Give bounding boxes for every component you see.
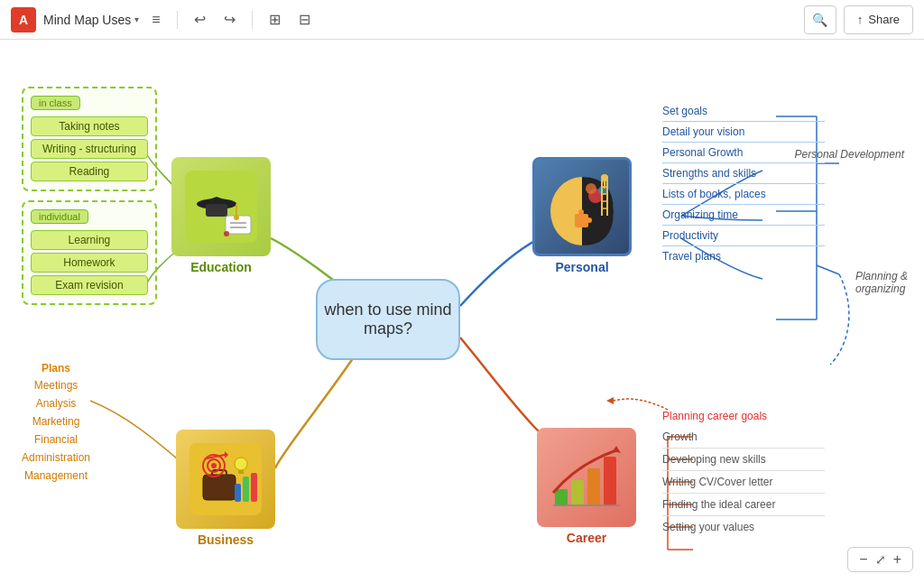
app-logo: A (11, 7, 36, 32)
personal-node: Personal (532, 157, 632, 274)
zoom-in-button[interactable]: + (890, 551, 905, 568)
svg-rect-53 (571, 480, 584, 505)
personal-item-strengths: Strengths and skills (662, 163, 825, 184)
doc-title-text: Mind Map Uses (43, 13, 131, 27)
in-class-label: in class (31, 96, 80, 110)
center-text: when to use mind maps? (318, 301, 458, 338)
personal-item-vision: Detail your vision (662, 122, 825, 143)
edu-item-exam: Exam revision (31, 275, 148, 295)
svg-point-47 (601, 174, 608, 181)
individual-group: individual Learning Homework Exam revisi… (22, 200, 157, 305)
svg-rect-36 (238, 470, 244, 474)
svg-rect-20 (206, 204, 227, 217)
career-item-skills: Developing new skills (662, 449, 825, 471)
svg-point-32 (211, 463, 217, 468)
career-item-ideal: Finding the ideal career (662, 494, 825, 516)
insert-button[interactable]: ⊞ (263, 7, 286, 32)
business-image (176, 430, 275, 529)
edu-item-writing: Writing - structuring (31, 139, 148, 159)
education-sub-group: in class Taking notes Writing - structur… (22, 87, 157, 314)
business-sub-group: Plans Meetings Analysis Marketing Financ… (22, 360, 90, 485)
edu-item-homework: Homework (31, 253, 148, 273)
svg-line-5 (817, 265, 839, 274)
biz-item-financial: Financial (22, 430, 90, 449)
svg-marker-13 (606, 397, 614, 404)
doc-title[interactable]: Mind Map Uses ▾ (43, 13, 139, 27)
redo-button[interactable]: ↪ (218, 7, 241, 32)
career-item-cv: Writing CV/Cover letter (662, 471, 825, 494)
business-plans-label: Plans (22, 360, 90, 376)
search-icon: 🔍 (812, 13, 827, 27)
biz-item-marketing: Marketing (22, 412, 90, 430)
svg-point-50 (578, 209, 584, 215)
business-label: Business (176, 532, 275, 547)
career-header: Planning career goals (662, 408, 825, 426)
education-label: Education (171, 260, 271, 274)
svg-point-51 (587, 217, 592, 223)
svg-rect-55 (604, 457, 616, 505)
career-label: Career (537, 531, 636, 545)
svg-rect-29 (251, 473, 257, 502)
personal-label: Personal (532, 260, 632, 274)
biz-item-meetings: Meetings (22, 376, 90, 394)
search-button[interactable]: 🔍 (804, 5, 836, 34)
svg-point-18 (224, 231, 229, 236)
fit-screen-icon[interactable]: ⤢ (875, 552, 886, 567)
svg-rect-54 (587, 468, 600, 505)
center-node: when to use mind maps? (316, 279, 460, 360)
share-label: Share (868, 13, 900, 26)
personal-item-books: Lists of books, places (662, 184, 825, 205)
svg-point-35 (235, 458, 247, 470)
career-image (537, 428, 636, 527)
divider2 (252, 11, 253, 29)
layout-button[interactable]: ⊟ (293, 7, 316, 32)
career-node: Career (537, 428, 636, 545)
career-item-values: Setting your values (662, 516, 825, 538)
biz-item-administration: Administration (22, 449, 90, 467)
toolbar-left: A Mind Map Uses ▾ ≡ ↩ ↪ ⊞ ⊟ (11, 7, 804, 32)
personal-image (532, 157, 632, 256)
personal-item-productivity: Productivity (662, 226, 825, 246)
divider (177, 11, 178, 29)
personal-item-goals: Set goals (662, 101, 825, 122)
svg-rect-52 (555, 489, 568, 505)
personal-item-travel: Travel plans (662, 246, 825, 266)
canvas[interactable]: when to use mind maps? Educat (0, 40, 924, 583)
career-sub-group: Planning career goals Growth Developing … (662, 408, 825, 538)
edu-item-learning: Learning (31, 230, 148, 250)
edu-item-reading: Reading (31, 162, 148, 181)
education-image (171, 157, 271, 256)
svg-point-39 (586, 183, 596, 194)
planning-organizing-label: Planning &organizing (855, 270, 908, 295)
biz-item-management: Management (22, 467, 90, 485)
svg-rect-25 (203, 475, 236, 500)
edu-item-taking-notes: Taking notes (31, 116, 148, 136)
svg-rect-28 (243, 477, 249, 502)
personal-item-organizing: Organizing time (662, 205, 825, 226)
career-item-growth: Growth (662, 426, 825, 449)
undo-button[interactable]: ↩ (189, 7, 211, 32)
business-node: Business (176, 430, 275, 547)
svg-point-23 (234, 215, 239, 220)
svg-rect-27 (235, 484, 241, 502)
toolbar: A Mind Map Uses ▾ ≡ ↩ ↪ ⊞ ⊟ 🔍 ↑ Share (0, 0, 924, 40)
share-button[interactable]: ↑ Share (844, 5, 913, 34)
svg-rect-49 (575, 214, 588, 227)
personal-sub-group: Set goals Detail your vision Personal Gr… (662, 101, 825, 266)
zoom-toolbar: − ⤢ + (847, 547, 913, 572)
education-node: Education (171, 157, 271, 274)
share-icon: ↑ (857, 13, 864, 26)
biz-item-analysis: Analysis (22, 394, 90, 412)
individual-label: individual (31, 209, 88, 224)
chevron-down-icon: ▾ (134, 14, 139, 24)
personal-item-growth: Personal Growth (662, 143, 825, 163)
menu-button[interactable]: ≡ (146, 8, 165, 32)
in-class-group: in class Taking notes Writing - structur… (22, 87, 157, 191)
zoom-out-button[interactable]: − (855, 551, 871, 568)
toolbar-right: 🔍 ↑ Share (804, 5, 913, 34)
